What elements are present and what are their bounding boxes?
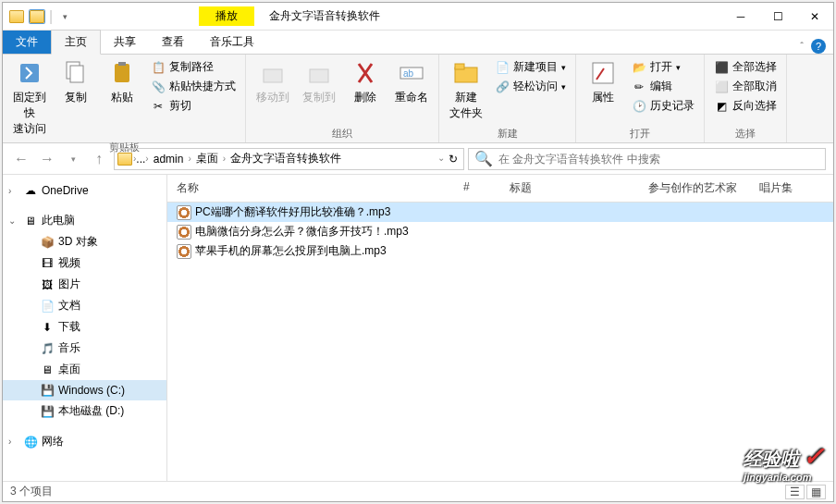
copy-path-button[interactable]: 📋复制路径 [149, 58, 238, 76]
minimize-button[interactable]: ─ [722, 4, 759, 30]
svg-rect-4 [118, 62, 126, 66]
tree-desktop[interactable]: 🖥桌面 [3, 359, 166, 380]
move-to-button[interactable]: 移动到 [252, 56, 294, 107]
properties-button[interactable]: 属性 [582, 56, 624, 107]
navigation-tree[interactable]: ›☁OneDrive ⌄🖥此电脑 📦3D 对象 🎞视频 🖼图片 📄文档 ⬇下载 … [3, 175, 167, 481]
address-dropdown-icon[interactable]: ⌄ [437, 153, 445, 166]
copy-to-button[interactable]: 复制到 [298, 56, 340, 107]
select-none-button[interactable]: ⬜全部取消 [712, 78, 779, 95]
tab-view[interactable]: 查看 [149, 31, 197, 54]
column-artists[interactable]: 参与创作的艺术家 [639, 175, 750, 202]
breadcrumb-folder[interactable]: 金舟文字语音转换软件 [226, 151, 346, 166]
search-box[interactable]: 🔍 [468, 148, 826, 170]
maximize-button[interactable]: ☐ [759, 4, 796, 30]
svg-rect-3 [115, 64, 129, 82]
new-group-label: 新建 [498, 125, 518, 142]
audio-file-icon [177, 244, 191, 259]
open-group-label: 打开 [630, 125, 650, 142]
new-item-button[interactable]: 📄新建项目▾ [493, 58, 568, 76]
tree-pictures[interactable]: 🖼图片 [3, 274, 166, 295]
tree-c-drive[interactable]: 💾Windows (C:) [3, 380, 166, 400]
nav-recent-button[interactable]: ▾ [62, 148, 84, 170]
tab-music-tools[interactable]: 音乐工具 [197, 31, 267, 54]
file-name: 苹果手机的屏幕怎么投屏到电脑上.mp3 [195, 243, 387, 259]
rename-button[interactable]: ab 重命名 [390, 56, 433, 107]
view-large-icon[interactable]: ▦ [806, 485, 826, 499]
file-name: PC端哪个翻译软件好用比较准确？.mp3 [195, 204, 390, 220]
file-row[interactable]: PC端哪个翻译软件好用比较准确？.mp3 [167, 203, 833, 222]
history-button[interactable]: 🕑历史记录 [630, 97, 696, 115]
edit-button[interactable]: ✏编辑 [630, 78, 696, 95]
address-bar[interactable]: › ... › admin › 桌面 › 金舟文字语音转换软件 ⌄ ↻ [114, 148, 464, 170]
qat-divider: | [49, 8, 53, 25]
select-all-button[interactable]: ⬛全部选择 [712, 58, 779, 76]
paste-label: 粘贴 [111, 90, 133, 105]
tree-documents[interactable]: 📄文档 [3, 295, 166, 316]
close-button[interactable]: ✕ [796, 4, 833, 30]
svg-rect-2 [70, 66, 83, 82]
folder-icon [8, 8, 25, 25]
svg-rect-0 [20, 64, 39, 82]
tree-thispc[interactable]: ⌄🖥此电脑 [3, 210, 166, 231]
svg-rect-6 [310, 69, 328, 82]
paste-shortcut-button[interactable]: 📎粘贴快捷方式 [149, 78, 238, 95]
window-title: 金舟文字语音转换软件 [269, 8, 722, 24]
svg-rect-10 [455, 64, 464, 69]
svg-rect-5 [264, 69, 282, 82]
search-icon: 🔍 [474, 150, 493, 167]
file-row[interactable]: 电脑微信分身怎么弄？微信多开技巧！.mp3 [167, 222, 833, 241]
svg-rect-11 [593, 63, 613, 83]
tree-onedrive[interactable]: ›☁OneDrive [3, 180, 166, 201]
qat-dropdown-icon[interactable]: ▾ [56, 8, 73, 25]
tab-file[interactable]: 文件 [3, 31, 51, 54]
folder-icon [117, 153, 132, 166]
view-details-icon[interactable]: ☰ [785, 485, 805, 499]
nav-up-button[interactable]: ↑ [88, 148, 110, 170]
nav-forward-button[interactable]: → [36, 148, 58, 170]
tree-videos[interactable]: 🎞视频 [3, 252, 166, 274]
column-name[interactable]: 名称 [167, 175, 454, 202]
tree-network[interactable]: ›🌐网络 [3, 431, 166, 452]
pin-to-quick-access-button[interactable]: 固定到快 速访问 [8, 56, 51, 139]
invert-selection-button[interactable]: ◩反向选择 [712, 97, 779, 115]
tab-home[interactable]: 主页 [51, 30, 101, 55]
new-folder-button[interactable]: 新建 文件夹 [445, 56, 487, 123]
svg-text:ab: ab [403, 68, 414, 79]
nav-back-button[interactable]: ← [10, 148, 32, 170]
breadcrumb-desktop[interactable]: 桌面 [191, 151, 223, 166]
breadcrumb-segment[interactable]: ... [136, 153, 145, 166]
tree-music[interactable]: 🎵音乐 [3, 338, 166, 359]
folder-icon-selected [29, 8, 45, 25]
column-headers: 名称 # 标题 参与创作的艺术家 唱片集 [167, 175, 833, 203]
column-number[interactable]: # [454, 175, 500, 202]
file-list[interactable]: PC端哪个翻译软件好用比较准确？.mp3 电脑微信分身怎么弄？微信多开技巧！.m… [167, 203, 833, 481]
easy-access-button[interactable]: 🔗轻松访问▾ [493, 78, 568, 95]
cut-button[interactable]: ✂剪切 [149, 97, 238, 115]
audio-file-icon [177, 205, 191, 220]
delete-button[interactable]: 删除 [344, 56, 387, 107]
ribbon-collapse-icon[interactable]: ˆ [800, 41, 804, 52]
file-name: 电脑微信分身怎么弄？微信多开技巧！.mp3 [195, 224, 409, 240]
audio-file-icon [177, 225, 191, 240]
column-album[interactable]: 唱片集 [750, 175, 805, 202]
refresh-icon[interactable]: ↻ [449, 153, 458, 166]
organize-group-label: 组织 [332, 125, 352, 142]
status-item-count: 3 个项目 [10, 484, 53, 499]
copy-label: 复制 [65, 90, 87, 105]
paste-button[interactable]: 粘贴 [101, 56, 143, 107]
help-icon[interactable]: ? [811, 39, 826, 54]
column-title[interactable]: 标题 [500, 175, 639, 202]
open-button[interactable]: 📂打开▾ [630, 58, 696, 76]
breadcrumb-admin[interactable]: admin [149, 153, 189, 166]
pin-label: 固定到快 速访问 [10, 90, 49, 137]
select-group-label: 选择 [735, 125, 756, 142]
copy-button[interactable]: 复制 [55, 56, 97, 107]
tab-share[interactable]: 共享 [101, 31, 149, 54]
file-row[interactable]: 苹果手机的屏幕怎么投屏到电脑上.mp3 [167, 241, 833, 261]
tree-downloads[interactable]: ⬇下载 [3, 316, 166, 338]
tree-3d-objects[interactable]: 📦3D 对象 [3, 231, 166, 252]
tree-d-drive[interactable]: 💾本地磁盘 (D:) [3, 400, 166, 422]
search-input[interactable] [498, 153, 819, 166]
play-context-tab[interactable]: 播放 [199, 6, 254, 26]
